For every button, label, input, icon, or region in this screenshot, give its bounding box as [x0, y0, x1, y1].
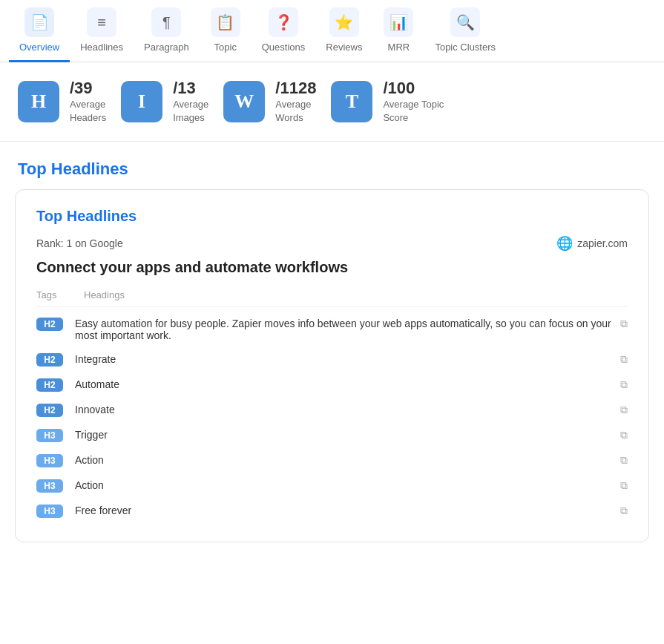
- headings-list: H2 Easy automation for busy people. Zapi…: [36, 312, 628, 524]
- heading-text-3: Innovate: [75, 404, 616, 415]
- stat-card-1: I /13 AverageImages: [121, 79, 208, 125]
- copy-icon-7[interactable]: ⧉: [620, 505, 628, 517]
- heading-content-2: Automate ⧉: [75, 378, 628, 391]
- stat-icon-3: T: [331, 81, 372, 122]
- stat-card-3: T /100 Average TopicScore: [331, 79, 444, 125]
- top-headlines-card: Top Headlines Rank: 1 on Google 🌐 zapier…: [15, 189, 649, 542]
- copy-icon-2[interactable]: ⧉: [620, 378, 628, 391]
- heading-text-2: Automate: [75, 378, 616, 390]
- copy-icon-0[interactable]: ⧉: [620, 318, 628, 330]
- tag-badge-1: H2: [36, 353, 63, 367]
- tab-label-paragraph: Paragraph: [144, 42, 189, 53]
- copy-icon-1[interactable]: ⧉: [620, 353, 628, 366]
- domain-link[interactable]: 🌐 zapier.com: [556, 235, 628, 252]
- copy-icon-4[interactable]: ⧉: [620, 429, 628, 441]
- tag-badge-0: H2: [36, 318, 63, 331]
- tab-icon-headlines: ≡: [87, 7, 116, 37]
- table-header: Tags Headings: [36, 289, 628, 307]
- tab-icon-overview: 📄: [24, 7, 54, 37]
- tag-badge-5: H3: [36, 454, 63, 467]
- copy-icon-5[interactable]: ⧉: [620, 454, 628, 467]
- heading-content-4: Trigger ⧉: [75, 429, 628, 441]
- stat-value-0: /39: [70, 79, 106, 98]
- stat-value-2: /1128: [275, 79, 316, 98]
- stat-text-1: /13 AverageImages: [173, 79, 208, 125]
- tab-label-mrr: MRR: [388, 42, 410, 53]
- tab-reviews[interactable]: ⭐ Reviews: [315, 0, 372, 62]
- tab-headlines[interactable]: ≡ Headlines: [70, 0, 134, 62]
- stat-value-1: /13: [173, 79, 208, 98]
- tab-questions[interactable]: ❓ Questions: [252, 0, 316, 62]
- stat-label-1: AverageImages: [173, 98, 208, 125]
- tab-icon-topic: 📋: [211, 7, 240, 37]
- tab-icon-reviews: ⭐: [329, 7, 359, 37]
- section-title: Top Headlines: [0, 142, 664, 189]
- tab-label-topic-clusters: Topic Clusters: [435, 42, 496, 53]
- tab-icon-topic-clusters: 🔍: [450, 7, 480, 37]
- tag-badge-3: H2: [36, 404, 63, 417]
- stat-value-3: /100: [383, 79, 444, 98]
- stat-card-0: H /39 AverageHeaders: [18, 79, 106, 125]
- heading-content-7: Free forever ⧉: [75, 505, 628, 517]
- tab-mrr[interactable]: 📊 MRR: [372, 0, 424, 62]
- table-row: H2 Integrate ⧉: [36, 347, 628, 372]
- stat-text-2: /1128 AverageWords: [275, 79, 316, 125]
- stat-icon-1: I: [121, 81, 162, 122]
- tab-overview[interactable]: 📄 Overview: [9, 0, 70, 62]
- tag-badge-7: H3: [36, 505, 63, 518]
- tag-badge-4: H3: [36, 429, 63, 442]
- heading-content-6: Action ⧉: [75, 479, 628, 492]
- heading-text-4: Trigger: [75, 429, 616, 441]
- card-title: Top Headlines: [36, 208, 628, 225]
- stat-text-3: /100 Average TopicScore: [383, 79, 444, 125]
- tab-icon-paragraph: ¶: [151, 7, 181, 37]
- heading-content-0: Easy automation for busy people. Zapier …: [75, 318, 628, 341]
- globe-icon: 🌐: [556, 235, 573, 252]
- table-row: H2 Innovate ⧉: [36, 398, 628, 423]
- tab-label-questions: Questions: [262, 42, 306, 53]
- table-row: H2 Automate ⧉: [36, 372, 628, 398]
- stat-text-0: /39 AverageHeaders: [70, 79, 106, 125]
- heading-text-6: Action: [75, 479, 616, 491]
- table-row: H3 Trigger ⧉: [36, 423, 628, 448]
- tab-paragraph[interactable]: ¶ Paragraph: [134, 0, 200, 62]
- tab-label-topic: Topic: [214, 42, 237, 53]
- stat-label-3: Average TopicScore: [383, 98, 444, 125]
- heading-content-3: Innovate ⧉: [75, 404, 628, 416]
- heading-column-header: Headings: [84, 289, 628, 300]
- heading-content-5: Action ⧉: [75, 454, 628, 467]
- rank-text: Rank: 1 on Google: [36, 237, 123, 249]
- tag-column-header: Tags: [36, 289, 72, 300]
- copy-icon-3[interactable]: ⧉: [620, 404, 628, 416]
- heading-text-1: Integrate: [75, 353, 616, 365]
- nav-tabs: 📄 Overview ≡ Headlines ¶ Paragraph 📋 Top…: [0, 0, 664, 62]
- table-row: H2 Easy automation for busy people. Zapi…: [36, 312, 628, 347]
- tab-topic[interactable]: 📋 Topic: [200, 0, 252, 62]
- table-row: H3 Action ⧉: [36, 473, 628, 499]
- tab-label-overview: Overview: [19, 42, 59, 53]
- tab-icon-mrr: 📊: [384, 7, 413, 37]
- table-row: H3 Free forever ⧉: [36, 499, 628, 524]
- heading-text-7: Free forever: [75, 505, 616, 516]
- tag-badge-2: H2: [36, 378, 63, 392]
- stat-icon-0: H: [18, 81, 59, 122]
- stats-row: H /39 AverageHeaders I /13 AverageImages…: [0, 62, 664, 142]
- tab-label-reviews: Reviews: [326, 42, 362, 53]
- stat-label-0: AverageHeaders: [70, 98, 106, 125]
- heading-text-0: Easy automation for busy people. Zapier …: [75, 318, 616, 341]
- rank-row: Rank: 1 on Google 🌐 zapier.com: [36, 235, 628, 252]
- article-title: Connect your apps and automate workflows: [36, 259, 628, 276]
- heading-text-5: Action: [75, 454, 616, 466]
- stat-label-2: AverageWords: [275, 98, 316, 125]
- stat-card-2: W /1128 AverageWords: [223, 79, 316, 125]
- copy-icon-6[interactable]: ⧉: [620, 479, 628, 492]
- tab-icon-questions: ❓: [269, 7, 298, 37]
- stat-icon-2: W: [223, 81, 265, 122]
- tag-badge-6: H3: [36, 479, 63, 493]
- tab-label-headlines: Headlines: [80, 42, 123, 53]
- heading-content-1: Integrate ⧉: [75, 353, 628, 366]
- table-row: H3 Action ⧉: [36, 448, 628, 473]
- domain-text: zapier.com: [577, 237, 628, 249]
- tab-topic-clusters[interactable]: 🔍 Topic Clusters: [424, 0, 506, 62]
